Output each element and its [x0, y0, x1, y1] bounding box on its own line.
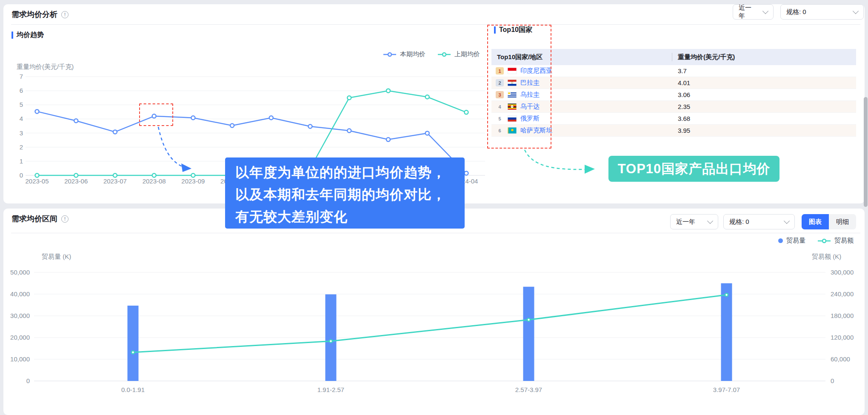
annotation-layer: 以年度为单位的的进口均价趋势，以及本期和去年同期的均价对比，有无较大差别变化 T… [0, 0, 868, 415]
teal-arrowhead-icon [585, 165, 595, 174]
blue-dashed-arrow [158, 127, 182, 166]
teal-dashed-arrow [525, 150, 585, 169]
trade-analytics-dashboard: 01234567重量均价(美元/千克)2023-052023-062023-07… [0, 0, 868, 415]
vertical-scrollbar[interactable] [864, 97, 868, 207]
blue-arrowhead-icon [181, 163, 191, 172]
annotation-arrows [0, 0, 868, 415]
